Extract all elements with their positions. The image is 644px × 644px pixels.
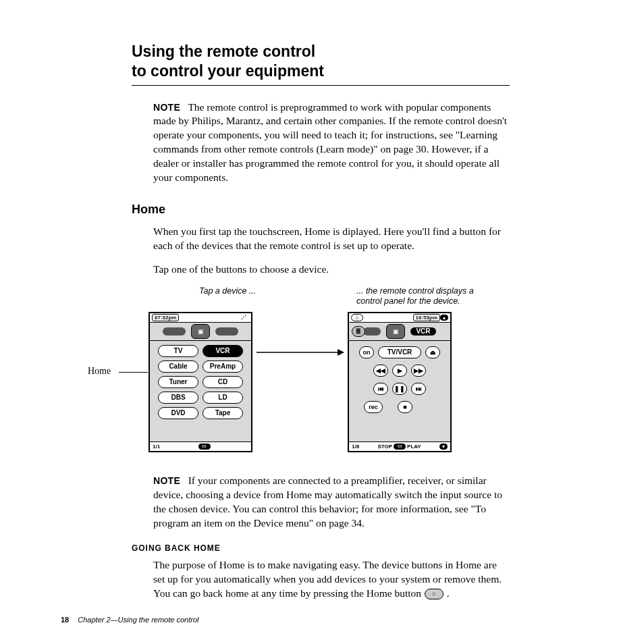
device-title-vcr: VCR xyxy=(410,327,436,336)
caption-left: Tap a device ... xyxy=(199,286,314,297)
inline-home-button-icon: ⌂ xyxy=(425,589,444,599)
mode-icon-2: ▣ xyxy=(386,324,405,339)
device-preamp[interactable]: PreAmp xyxy=(203,360,243,373)
manual-page: Using the remote control to control your… xyxy=(0,0,644,644)
page-number: 18 xyxy=(61,616,69,624)
device-dbs[interactable]: DBS xyxy=(158,392,198,404)
band-pill-left-2 xyxy=(363,327,381,336)
note-1: NOTE The remote control is preprogrammed… xyxy=(153,101,510,186)
tvvcr-button[interactable]: TV/VCR xyxy=(378,346,421,358)
note-2: NOTE If your components are connected to… xyxy=(153,474,510,531)
band-pill-right xyxy=(215,327,238,336)
home-side-label: Home xyxy=(88,366,111,377)
going-back-paragraph: The purpose of Home is to make navigatin… xyxy=(153,558,510,601)
arrow xyxy=(257,347,344,348)
remote-vcr-screen: ⌂ 10:53pm ▲ ≣ ▣ VCR on TV/VCR ⏏ xyxy=(348,312,452,452)
note-label: NOTE xyxy=(153,102,180,113)
signal-icon: ⋰ xyxy=(241,314,249,321)
on-button[interactable]: on xyxy=(359,346,374,358)
title-rule xyxy=(132,85,510,86)
remote-home-screen: 07:32pm ⋰ ▣ TV VCR Cable PreAm xyxy=(149,312,252,452)
remote-home-band: ▣ xyxy=(150,323,251,341)
remote-vcr-topbar: ⌂ 10:53pm ▲ xyxy=(349,313,450,323)
note-2-text: If your components are connected to a pr… xyxy=(153,475,502,529)
list-icon[interactable]: ≣ xyxy=(352,326,365,337)
going-back-text-a: The purpose of Home is to make navigatin… xyxy=(153,559,502,599)
device-cd[interactable]: CD xyxy=(203,376,243,388)
home-paragraph-1: When you first tap the touchscreen, Home… xyxy=(153,225,510,253)
page-footer: 18 Chapter 2—Using the remote control xyxy=(61,616,198,624)
prev-button[interactable]: ⏮ xyxy=(373,383,388,395)
page-title: Using the remote control to control your… xyxy=(132,42,510,81)
home-icon[interactable]: ⌂ xyxy=(351,314,363,321)
home-paragraph-2: Tap one of the buttons to choose a devic… xyxy=(153,263,510,277)
eject-button[interactable]: ⏏ xyxy=(425,346,440,358)
remote-home-page: 1/1 xyxy=(153,444,160,450)
down-icon[interactable]: ▼ xyxy=(439,444,448,450)
device-ld[interactable]: LD xyxy=(203,392,243,404)
remote-icon: ▭ xyxy=(198,444,211,450)
remote-home-bottom: 1/1 ▭ xyxy=(150,441,251,451)
remote-home-time: 07:32pm xyxy=(152,314,179,321)
bottom-play-label: PLAY xyxy=(407,444,421,450)
rew-button[interactable]: ◀◀ xyxy=(373,365,388,377)
title-line-1: Using the remote control xyxy=(132,43,315,60)
svg-marker-1 xyxy=(338,349,344,356)
section-home: Home xyxy=(132,203,510,217)
remote-home-body: TV VCR Cable PreAmp Tuner CD DBS LD xyxy=(150,341,251,421)
home-leader-line xyxy=(119,372,148,373)
remote-home-topbar: 07:32pm ⋰ xyxy=(150,313,251,323)
bottom-stop-label: STOP xyxy=(377,444,392,450)
device-vcr[interactable]: VCR xyxy=(203,345,243,357)
device-tv[interactable]: TV xyxy=(158,345,198,357)
device-tuner[interactable]: Tuner xyxy=(158,376,198,388)
remote-vcr-time: 10:53pm xyxy=(413,314,440,321)
band-pill-left xyxy=(163,327,186,336)
going-back-text-b: . xyxy=(444,587,450,599)
remote-icon-2: ▭ xyxy=(394,444,406,450)
play-button[interactable]: ▶ xyxy=(392,365,407,377)
note-1-text: The remote control is preprogrammed to w… xyxy=(153,101,507,184)
caption-right: ... the remote control displays a contro… xyxy=(356,286,485,307)
remote-vcr-page: 1/8 xyxy=(352,444,359,450)
main-column: Using the remote control to control your… xyxy=(132,42,510,601)
remote-vcr-band: ≣ ▣ VCR xyxy=(349,323,450,341)
next-button[interactable]: ⏭ xyxy=(411,383,426,395)
mode-icon: ▣ xyxy=(191,324,210,339)
pause-button[interactable]: ❚❚ xyxy=(392,383,407,395)
remote-vcr-body: on TV/VCR ⏏ ◀◀ ▶ ▶▶ ⏮ ❚❚ ⏭ xyxy=(349,341,450,414)
title-line-2: to control your equipment xyxy=(132,62,324,80)
rec-button[interactable]: rec xyxy=(364,401,383,413)
figure-area: Tap a device ... ... the remote control … xyxy=(132,286,510,462)
subsection-going-back: GOING BACK HOME xyxy=(132,543,510,553)
remote-vcr-bottom: 1/8 STOP ▭ PLAY ▼ xyxy=(349,441,450,451)
chapter-label: Chapter 2—Using the remote control xyxy=(78,616,198,624)
up-icon[interactable]: ▲ xyxy=(440,315,448,321)
device-tape[interactable]: Tape xyxy=(203,407,243,419)
note-label-2: NOTE xyxy=(153,475,180,486)
device-cable[interactable]: Cable xyxy=(158,360,198,373)
stop-button[interactable]: ■ xyxy=(398,401,412,413)
device-dvd[interactable]: DVD xyxy=(158,407,198,419)
ff-button[interactable]: ▶▶ xyxy=(411,365,426,377)
